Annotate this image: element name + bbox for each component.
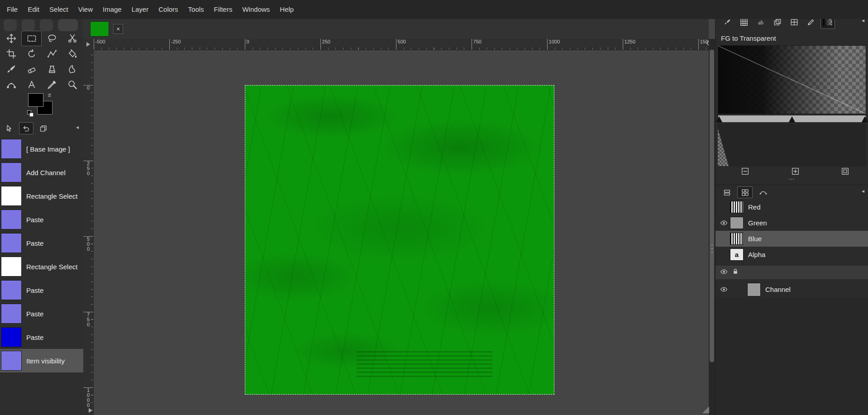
history-item[interactable]: Rectangle Select bbox=[0, 184, 83, 208]
channel-row-alpha[interactable]: aAlpha bbox=[715, 247, 868, 262]
smudge-tool[interactable] bbox=[62, 62, 82, 77]
zoom-in-button[interactable] bbox=[791, 167, 800, 176]
history-item-label: Paste bbox=[26, 216, 43, 224]
vertical-scrollbar-thumb[interactable] bbox=[710, 50, 714, 362]
gradient-endpoint-marker[interactable] bbox=[862, 116, 868, 122]
channel-thumbnail[interactable] bbox=[730, 201, 744, 213]
horizontal-ruler[interactable]: -500-2500250500750100012501500 bbox=[93, 39, 709, 50]
scroll-arrow-icon[interactable] bbox=[89, 408, 92, 413]
channel-name: Channel bbox=[765, 286, 791, 293]
history-item-thumbnail bbox=[1, 139, 22, 159]
menu-layer[interactable]: Layer bbox=[127, 0, 154, 19]
history-item[interactable]: Paste bbox=[0, 278, 83, 302]
channels-list: RedGreenBlueaAlpha bbox=[715, 199, 868, 262]
dock-resize-handle[interactable] bbox=[711, 244, 713, 253]
menu-edit[interactable]: Edit bbox=[23, 0, 44, 19]
eye-icon[interactable] bbox=[717, 219, 730, 227]
channel-thumbnail[interactable]: a bbox=[730, 248, 744, 261]
history-item[interactable]: [ Base Image ] bbox=[0, 137, 83, 161]
handle-transform-tool[interactable] bbox=[42, 46, 62, 62]
scissors-select-tool[interactable] bbox=[62, 31, 82, 46]
paintbrush-tool[interactable] bbox=[1, 62, 21, 77]
channel-row-red[interactable]: Red bbox=[715, 199, 868, 215]
default-colors-icon[interactable] bbox=[27, 110, 33, 117]
vertical-scrollbar[interactable] bbox=[709, 39, 715, 415]
menu-file[interactable]: File bbox=[2, 0, 23, 19]
eye-icon[interactable] bbox=[720, 268, 728, 277]
zoom-out-button[interactable] bbox=[740, 167, 749, 176]
menu-tools[interactable]: Tools bbox=[183, 0, 209, 19]
unified-transform-tool[interactable] bbox=[21, 46, 42, 62]
menu-windows[interactable]: Windows bbox=[237, 0, 275, 19]
paths-icon bbox=[759, 189, 767, 196]
navigation-preview-button[interactable] bbox=[702, 406, 709, 413]
gradient-midpoint-marker[interactable] bbox=[789, 116, 795, 122]
fg-bg-color-selector[interactable] bbox=[28, 93, 54, 116]
history-item[interactable]: Item visibility bbox=[0, 349, 83, 372]
visibility-lock-row[interactable] bbox=[715, 266, 868, 279]
panel-menu-icon[interactable]: ◂ bbox=[862, 188, 864, 194]
canvas-image[interactable] bbox=[245, 85, 554, 395]
layers-tab[interactable] bbox=[719, 186, 734, 198]
channel-thumbnail[interactable] bbox=[730, 233, 744, 245]
eraser-tool[interactable] bbox=[21, 62, 42, 77]
gradient-position-slider[interactable] bbox=[718, 115, 866, 123]
swap-colors-icon[interactable] bbox=[48, 92, 53, 100]
eye-icon[interactable] bbox=[717, 286, 730, 293]
history-item[interactable]: Paste bbox=[0, 325, 83, 349]
free-select-tool[interactable] bbox=[42, 31, 62, 46]
channel-thumbnail[interactable] bbox=[730, 217, 744, 229]
history-item[interactable]: Rectangle Select bbox=[0, 255, 83, 278]
menu-help[interactable]: Help bbox=[275, 0, 299, 19]
image-tab[interactable]: × bbox=[90, 20, 123, 38]
gradient-editor-area[interactable] bbox=[718, 124, 866, 167]
history-item-label: Rectangle Select bbox=[26, 192, 77, 200]
menu-filters[interactable]: Filters bbox=[209, 0, 238, 19]
lock-icon bbox=[732, 268, 739, 275]
menu-select[interactable]: Select bbox=[44, 0, 73, 19]
drag-handle-dots-icon[interactable]: ⋯ bbox=[715, 176, 868, 182]
gradient-endpoint-marker[interactable] bbox=[716, 116, 722, 122]
pointer-tab[interactable] bbox=[2, 122, 16, 134]
lock-icon[interactable] bbox=[732, 268, 739, 277]
clone-tool[interactable] bbox=[42, 62, 62, 77]
history-item-label: Item visibility bbox=[26, 357, 65, 365]
ruler-tick: 500 bbox=[396, 39, 406, 50]
history-item[interactable]: Add Channel bbox=[0, 161, 83, 184]
paths-tab[interactable] bbox=[755, 186, 771, 198]
ruler-tick: 750 bbox=[472, 39, 482, 50]
channels-tab[interactable] bbox=[737, 186, 753, 198]
history-item-thumbnail bbox=[1, 257, 22, 277]
ruler-tick: 500 bbox=[83, 236, 93, 252]
color-picker-tool[interactable] bbox=[42, 77, 62, 92]
image-tab-thumbnail[interactable] bbox=[90, 21, 109, 37]
history-item[interactable]: Paste bbox=[0, 302, 83, 325]
rectangle-select-tool[interactable] bbox=[21, 31, 42, 46]
layers-channels-paths-tabs bbox=[719, 186, 771, 198]
history-item[interactable]: Paste bbox=[0, 208, 83, 231]
history-item[interactable]: Paste bbox=[0, 231, 83, 255]
move-tool[interactable] bbox=[1, 31, 21, 46]
close-icon[interactable]: × bbox=[113, 24, 123, 34]
panel-menu-icon[interactable]: ◂ bbox=[76, 124, 79, 130]
custom-channel-row[interactable]: Channel bbox=[715, 281, 868, 298]
crop-tool[interactable] bbox=[1, 46, 21, 62]
menu-image[interactable]: Image bbox=[98, 0, 127, 19]
zoom-fit-button[interactable] bbox=[840, 167, 849, 176]
menu-colors[interactable]: Colors bbox=[153, 0, 183, 19]
channel-row-blue[interactable]: Blue bbox=[715, 231, 868, 247]
bucket-fill-tool[interactable] bbox=[62, 46, 82, 62]
eye-icon bbox=[720, 268, 728, 276]
images-tab[interactable] bbox=[36, 122, 51, 134]
foreground-color-swatch[interactable] bbox=[28, 93, 43, 107]
channel-thumbnail[interactable] bbox=[747, 283, 761, 296]
gradient-preview[interactable] bbox=[718, 45, 866, 114]
ruler-origin-button[interactable] bbox=[83, 39, 93, 50]
zoom-tool[interactable] bbox=[62, 77, 82, 92]
undo-history-tab[interactable] bbox=[19, 122, 33, 134]
vertical-ruler[interactable]: 02505007501000 bbox=[83, 50, 94, 415]
channel-row-green[interactable]: Green bbox=[715, 215, 868, 231]
menu-view[interactable]: View bbox=[73, 0, 98, 19]
paths-tool[interactable] bbox=[1, 77, 21, 92]
text-tool[interactable] bbox=[21, 77, 42, 92]
